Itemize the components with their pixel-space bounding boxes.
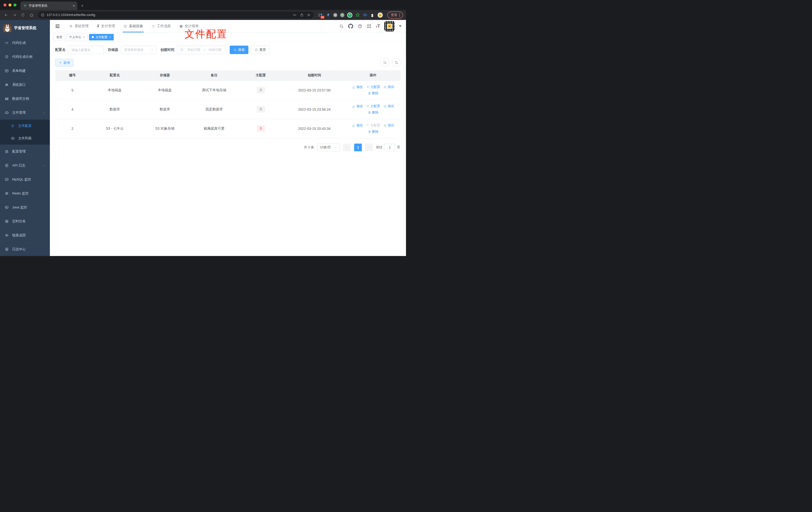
home-button[interactable] xyxy=(28,12,34,18)
delete-link[interactable]: 删除 xyxy=(368,110,379,115)
sidebar-item-config-management[interactable]: 配置管理 xyxy=(0,145,50,158)
fullscreen-icon[interactable] xyxy=(367,24,372,29)
password-key-icon[interactable] xyxy=(293,13,297,17)
tag-label: 个人中心 xyxy=(69,35,81,39)
table-grid-icon xyxy=(5,97,9,101)
tag-label: 首页 xyxy=(56,35,62,39)
test-link[interactable]: 测试 xyxy=(383,85,394,89)
delete-link[interactable]: 删除 xyxy=(368,129,379,134)
nav-item-workflow[interactable]: 工作流程 xyxy=(147,20,175,32)
edit-link[interactable]: 修改 xyxy=(352,104,363,109)
sidebar-fold-icon[interactable] xyxy=(53,22,61,30)
test-link[interactable]: 测试 xyxy=(383,123,394,128)
sidebar-item-redis-monitor[interactable]: Redis 监控 xyxy=(0,186,50,201)
reload-button[interactable] xyxy=(20,12,26,18)
font-size-icon[interactable]: тT xyxy=(376,24,380,29)
monitor-icon xyxy=(5,205,9,209)
bookmark-star-icon[interactable] xyxy=(307,13,311,17)
extension-emoji-icon[interactable] xyxy=(378,12,383,18)
sidebar-item-file-management[interactable]: 文件管理 xyxy=(0,106,50,120)
sidebar-item-form-builder[interactable]: 表单构建 xyxy=(0,64,50,78)
page-size-select[interactable]: 10条/页 xyxy=(317,144,340,151)
add-button[interactable]: 新增 xyxy=(55,59,73,66)
master-config-link[interactable]: 主配置 xyxy=(366,85,380,89)
tag-file-config[interactable]: 文件配置 × xyxy=(89,34,114,40)
edit-link[interactable]: 修改 xyxy=(352,123,363,128)
edit-link[interactable]: 修改 xyxy=(352,85,363,89)
window-close-button[interactable] xyxy=(3,3,6,6)
sidebar-item-label: 代码生成示例 xyxy=(12,55,32,59)
address-bar[interactable]: 127.0.0.1:1024/infra/file/file-config xyxy=(38,11,314,19)
browser-menu-icon[interactable] xyxy=(399,13,400,17)
dashboard-icon xyxy=(179,24,183,28)
show-search-round-button[interactable] xyxy=(381,58,389,67)
sidebar-item-code-example[interactable]: 代码生成示例 xyxy=(0,50,50,64)
search-icon[interactable] xyxy=(339,24,344,29)
extension-puzzle-icon[interactable] xyxy=(370,13,375,18)
sidebar-item-scheduled-tasks[interactable]: 定时任务 xyxy=(0,214,50,228)
sidebar-item-file-config[interactable]: 文件配置 xyxy=(0,120,50,132)
extension-grid-icon[interactable]: 11 xyxy=(318,13,323,18)
window-minimize-button[interactable] xyxy=(8,3,11,6)
sidebar-item-log-center[interactable]: 日志中心 xyxy=(0,242,50,256)
app-logo: 芋道管理系统 xyxy=(0,20,50,36)
sidebar-item-api-log[interactable]: API 日志 xyxy=(0,158,50,173)
forward-button[interactable] xyxy=(11,12,18,18)
search-button[interactable]: 搜索 xyxy=(230,46,249,54)
nav-item-payment[interactable]: ¥ 支付管理 xyxy=(93,20,119,32)
extension-dot-icon[interactable] xyxy=(340,13,344,17)
sidebar-item-mysql-monitor[interactable]: MySQL 监控 xyxy=(0,173,50,186)
sidebar-item-system-api[interactable]: 系统接口 xyxy=(0,78,50,92)
storage-select[interactable]: 请选择存储器 xyxy=(121,46,156,54)
extension-command-icon[interactable] xyxy=(333,13,338,17)
site-info-icon[interactable] xyxy=(41,13,45,17)
sidebar-item-db-doc[interactable]: 数据库文档 xyxy=(0,92,50,106)
sidebar-item-java-monitor[interactable]: Java 监控 xyxy=(0,201,50,214)
cell-id: 4 xyxy=(55,100,90,119)
nav-item-infrastructure[interactable]: 基础设施 xyxy=(119,20,147,32)
tag-profile[interactable]: 个人中心 × xyxy=(66,34,88,40)
extension-y-icon[interactable] xyxy=(347,12,352,18)
sidebar-item-code-generation[interactable]: 代码生成 xyxy=(0,36,50,50)
extension-pin-icon[interactable] xyxy=(326,13,330,18)
goto-page-input[interactable] xyxy=(384,144,395,151)
master-config-link[interactable]: 主配置 xyxy=(366,104,380,109)
back-button[interactable] xyxy=(3,12,9,18)
tag-home[interactable]: 首页 xyxy=(54,34,65,40)
config-name-input[interactable] xyxy=(71,48,101,52)
chevron-right-icon xyxy=(368,146,370,149)
github-icon[interactable] xyxy=(348,24,353,29)
extension-star-icon[interactable] xyxy=(355,13,360,18)
monitor-check-icon xyxy=(123,24,127,28)
test-link[interactable]: 测试 xyxy=(383,104,394,109)
new-tab-button[interactable] xyxy=(79,2,86,9)
nav-item-reports[interactable]: 统计报表 xyxy=(175,20,203,32)
share-icon[interactable] xyxy=(300,13,304,17)
prev-page-button[interactable] xyxy=(343,144,351,151)
trash-icon xyxy=(368,130,371,133)
sidebar-item-file-list[interactable]: 文件列表 xyxy=(0,132,50,145)
tag-close-icon[interactable]: × xyxy=(83,35,85,39)
nav-item-system[interactable]: 系统管理 xyxy=(65,20,93,32)
browser-tab[interactable]: 芋道管理系统 × xyxy=(21,1,77,10)
reset-button[interactable]: 重置 xyxy=(251,46,269,54)
current-page-button[interactable]: 1 xyxy=(354,144,362,151)
tag-close-icon[interactable]: × xyxy=(109,35,111,39)
help-icon[interactable] xyxy=(357,24,362,29)
window-zoom-button[interactable] xyxy=(13,3,17,6)
refresh-round-button[interactable] xyxy=(392,58,401,67)
date-range-picker[interactable]: 开始日期 - 结束日期 xyxy=(177,46,226,54)
master-tag: 是 xyxy=(257,125,265,131)
tab-close-icon[interactable]: × xyxy=(73,4,75,8)
next-page-button[interactable] xyxy=(365,144,373,151)
sidebar-item-trace[interactable]: 链路追踪 xyxy=(0,228,50,242)
cell-storage: 本地磁盘 xyxy=(140,81,190,100)
yen-icon: ¥ xyxy=(97,24,99,28)
extension-eye-icon[interactable] xyxy=(362,13,367,18)
avatar-qr-code[interactable] xyxy=(384,21,395,31)
pencil-icon xyxy=(352,124,355,127)
delete-link[interactable]: 删除 xyxy=(368,91,379,95)
col-remark: 备注 xyxy=(190,70,238,81)
browser-update-button[interactable]: 更新 xyxy=(387,11,403,19)
avatar-caret-down-icon[interactable] xyxy=(399,25,402,28)
